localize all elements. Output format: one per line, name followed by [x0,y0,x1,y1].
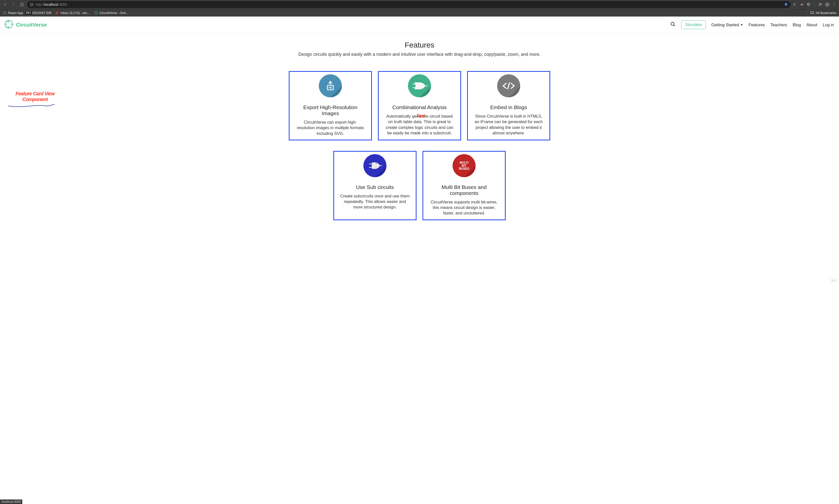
nav-label: Getting Started [711,22,739,27]
bookmark-label: VEDANT SIR [32,11,52,15]
feature-title: Embed in Blogs [490,104,527,110]
circuitverse-favicon [94,11,98,15]
svg-point-13 [8,28,9,29]
feature-card: + - Use Sub circuits Create subcircuits … [333,151,417,220]
svg-point-10 [4,24,5,24]
bookmark-star-icon[interactable] [784,2,788,7]
chrome-menu-icon[interactable] [832,2,837,7]
svg-point-8 [94,12,97,14]
svg-text:-: - [376,166,377,169]
annotation-text-label: Text [417,113,425,119]
bookmark-label: React App [8,11,23,15]
code-embed-icon [497,74,520,97]
page-title: Features [0,41,839,49]
hd-export-icon: HD [319,74,342,97]
extension-badge[interactable]: LH [799,2,804,7]
svg-point-7 [3,12,6,14]
svg-point-12 [8,20,9,21]
logo-icon [3,19,14,31]
svg-point-5 [834,4,835,5]
bookmark-item[interactable]: CircuitVerse - Onli… [94,11,129,15]
dev-favicon: DEV [27,11,31,15]
svg-line-19 [508,83,509,89]
feature-title: Multi Bit Buses and components [429,184,500,196]
subcircuit-icon: + - [363,154,386,177]
feature-title: Export High-Resolution Images [295,104,366,116]
media-controls-icon[interactable] [818,2,822,7]
bookmark-item[interactable]: M Inbox (3,174) - am… [55,11,90,15]
annotation-label: Feature Card ViewComponent [7,91,63,103]
browser-forward-button[interactable] [10,1,17,8]
all-bookmarks-link[interactable]: All Bookmarks [816,11,837,15]
caret-down-icon: ▼ [740,23,743,26]
site-info-icon[interactable] [30,2,34,6]
nav-blog[interactable]: Blog [793,22,801,27]
page-subtitle: Design circuits quickly and easily with … [0,52,839,57]
feature-title: Combinational Analysis [392,104,447,110]
site-header: CircuitVerse Simulator Getting Started ▼… [0,17,839,33]
feature-card: Combinational Analysis Automatically gen… [378,71,461,140]
browser-url-bar[interactable]: http://localhost:3000 [27,1,791,8]
svg-point-3 [794,4,795,4]
bookmark-label: Inbox (3,174) - am… [60,11,90,15]
multi-bit-icon: MULTI BIT BUSES [453,154,476,177]
separator [814,2,815,7]
annotation-underline [7,104,55,109]
feature-desc: Since CircuitVerse is built in HTML5, an… [473,113,544,136]
feature-title: Use Sub circuits [356,184,394,190]
profile-avatar[interactable] [825,2,829,7]
browser-reload-button[interactable] [19,1,25,8]
simulator-button[interactable]: Simulator [681,20,706,29]
feature-desc: Create subcircuits once and use them rep… [339,193,410,210]
logo-text: CircuitVerse [16,22,47,28]
browser-back-button[interactable] [1,1,8,8]
nav-features[interactable]: Features [749,22,765,27]
extensions-icon[interactable] [806,2,811,7]
svg-text:+: + [376,162,377,165]
feature-card: HD Export High-Resolution Images Circuit… [289,71,372,140]
feature-desc: CircuitVerse supports multi bit-wires, t… [429,199,500,216]
svg-point-11 [12,24,13,24]
bookmark-item[interactable]: React App [2,11,23,15]
or-gate-icon [408,74,431,97]
nav-teachers[interactable]: Teachers [770,22,787,27]
search-icon[interactable] [670,21,676,28]
bookmark-item[interactable]: DEV VEDANT SIR [27,11,52,15]
folder-icon [810,11,814,15]
svg-text:HD: HD [329,86,332,89]
main-nav: Simulator Getting Started ▼ Features Tea… [670,20,834,29]
svg-point-4 [834,3,835,3]
nav-login[interactable]: Log in [823,22,834,27]
bookmark-label: CircuitVerse - Onli… [100,11,129,15]
gmail-favicon: M [55,11,59,15]
nav-about[interactable]: About [806,22,817,27]
feature-card: MULTI BIT BUSES Multi Bit Buses and comp… [422,151,506,220]
site-logo[interactable]: CircuitVerse [3,19,47,31]
feature-desc: CircuitVerse can export high-resolution … [295,119,366,136]
svg-point-6 [834,5,835,6]
feature-card: Embed in Blogs Since CircuitVerse is bui… [467,71,550,140]
circuitverse-favicon [2,11,6,15]
nav-getting-started[interactable]: Getting Started ▼ [711,22,743,27]
bookmark-bar: React App DEV VEDANT SIR M Inbox (3,174)… [0,9,839,17]
location-pin-icon[interactable] [792,2,797,7]
url-text: http://localhost:3000 [36,2,782,6]
